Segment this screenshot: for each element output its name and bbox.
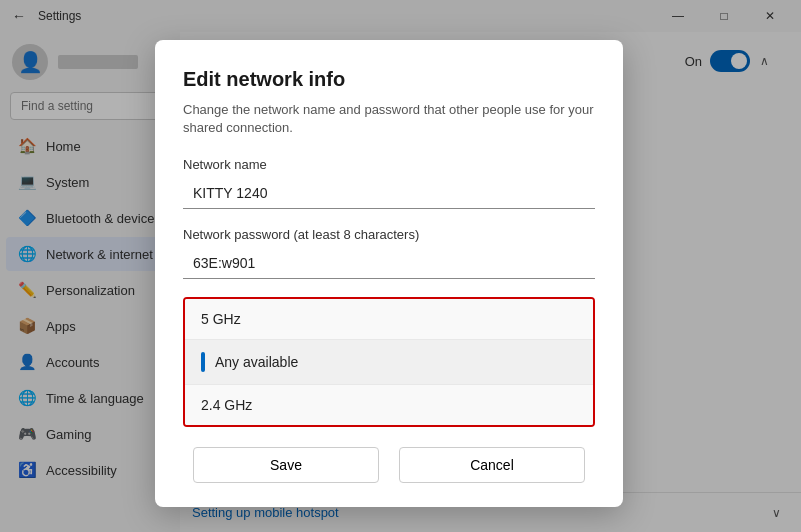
freq-option-any[interactable]: Any available xyxy=(185,340,593,385)
cancel-button[interactable]: Cancel xyxy=(399,447,584,483)
frequency-selector: 5 GHz Any available 2.4 GHz xyxy=(183,297,595,427)
freq-label-5ghz: 5 GHz xyxy=(201,311,241,327)
password-input[interactable] xyxy=(183,248,595,279)
password-label: Network password (at least 8 characters) xyxy=(183,227,595,242)
freq-option-24ghz[interactable]: 2.4 GHz xyxy=(185,385,593,425)
freq-label-any: Any available xyxy=(215,354,298,370)
network-name-label: Network name xyxy=(183,157,595,172)
modal-description: Change the network name and password tha… xyxy=(183,101,595,137)
freq-label-24ghz: 2.4 GHz xyxy=(201,397,252,413)
network-name-input[interactable] xyxy=(183,178,595,209)
save-button[interactable]: Save xyxy=(193,447,378,483)
freq-option-5ghz[interactable]: 5 GHz xyxy=(185,299,593,340)
modal-actions: Save Cancel xyxy=(183,447,595,483)
edit-network-modal: Edit network info Change the network nam… xyxy=(155,40,623,507)
radio-selected-indicator xyxy=(201,352,205,372)
modal-title: Edit network info xyxy=(183,68,595,91)
